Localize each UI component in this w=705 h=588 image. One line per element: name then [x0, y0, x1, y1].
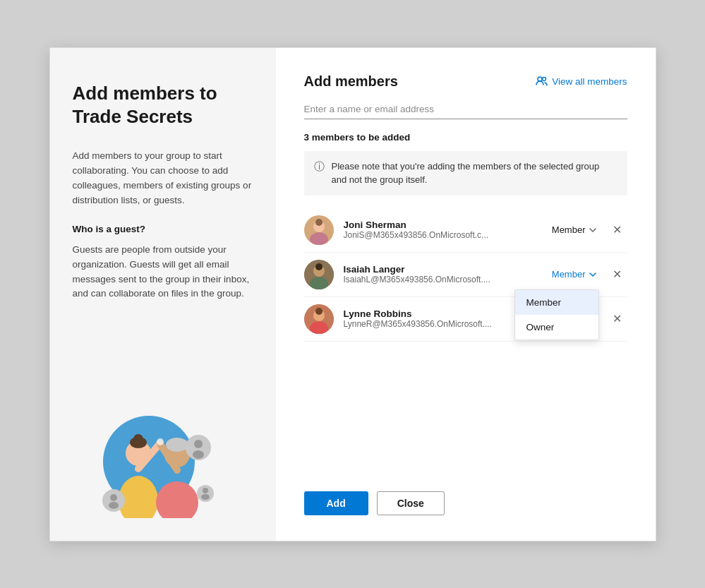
role-option-member[interactable]: Member — [515, 290, 598, 315]
info-icon: ⓘ — [314, 160, 325, 174]
who-is-guest-text: Guests are people from outside your orga… — [73, 243, 253, 302]
member-2-role-label: Member — [552, 269, 586, 280]
member-2-info: Isaiah Langer IsaiahL@M365x493856.OnMicr… — [344, 264, 548, 284]
chevron-down-icon — [589, 226, 597, 234]
right-panel: Add members View all members 3 members t… — [276, 48, 656, 541]
right-panel-title: Add members — [304, 73, 398, 90]
svg-point-7 — [166, 438, 188, 452]
view-all-members-link[interactable]: View all members — [535, 75, 627, 88]
joni-avatar — [304, 215, 334, 245]
lynne-avatar — [304, 304, 334, 334]
left-panel-description: Add members to your group to start colla… — [73, 149, 253, 208]
view-all-icon — [535, 75, 548, 88]
illustration — [73, 363, 253, 518]
svg-point-14 — [194, 440, 203, 448]
svg-point-32 — [315, 308, 323, 315]
left-panel: Add members to Trade Secrets Add members… — [50, 48, 276, 541]
member-3-remove-button[interactable]: ✕ — [607, 311, 627, 328]
members-count: 3 members to be added — [304, 132, 627, 143]
notice-box: ⓘ Please note that you're adding the mem… — [304, 151, 627, 196]
svg-point-24 — [315, 219, 323, 226]
member-1-name: Joni Sherman — [344, 220, 548, 230]
member-row: Joni Sherman JoniS@M365x493856.OnMicroso… — [304, 208, 627, 253]
add-button[interactable]: Add — [304, 491, 368, 515]
member-1-info: Joni Sherman JoniS@M365x493856.OnMicroso… — [344, 220, 548, 240]
member-list: Joni Sherman JoniS@M365x493856.OnMicroso… — [304, 208, 627, 342]
member-2-remove-button[interactable]: ✕ — [607, 266, 627, 283]
member-row: Isaiah Langer IsaiahL@M365x493856.OnMicr… — [304, 253, 627, 297]
svg-point-4 — [133, 434, 143, 444]
member-2-name: Isaiah Langer — [344, 264, 548, 275]
svg-point-16 — [110, 494, 117, 501]
who-is-guest-heading: Who is a guest? — [73, 222, 253, 237]
svg-point-15 — [193, 450, 204, 459]
search-input-container[interactable] — [304, 100, 627, 119]
dialog-container: Add members to Trade Secrets Add members… — [49, 47, 656, 541]
member-2-role-button[interactable]: Member — [548, 266, 601, 282]
chevron-down-icon — [589, 270, 597, 279]
svg-point-28 — [315, 263, 323, 270]
member-1-remove-button[interactable]: ✕ — [607, 222, 627, 239]
footer-buttons: Add Close — [304, 469, 627, 515]
svg-point-18 — [203, 488, 208, 493]
member-1-role-button[interactable]: Member — [548, 222, 601, 238]
svg-point-19 — [201, 494, 210, 500]
role-option-owner[interactable]: Owner — [515, 315, 598, 340]
role-dropdown: Member Owner — [514, 289, 599, 340]
search-input[interactable] — [304, 100, 627, 119]
member-1-email: JoniS@M365x493856.OnMicrosoft.c... — [344, 230, 548, 240]
isaiah-avatar — [304, 260, 334, 289]
left-panel-title: Add members to Trade Secrets — [73, 82, 253, 130]
svg-point-20 — [538, 77, 542, 81]
member-1-role-label: Member — [552, 224, 586, 235]
member-2-email: IsaiahL@M365x493856.OnMicrosoft.... — [344, 275, 548, 284]
svg-point-17 — [109, 502, 119, 509]
view-all-members-label: View all members — [552, 76, 627, 87]
right-header: Add members View all members — [304, 73, 627, 90]
svg-point-21 — [543, 78, 546, 81]
close-button[interactable]: Close — [377, 491, 445, 515]
svg-point-10 — [157, 438, 164, 445]
notice-text: Please note that you're adding the membe… — [332, 160, 617, 187]
